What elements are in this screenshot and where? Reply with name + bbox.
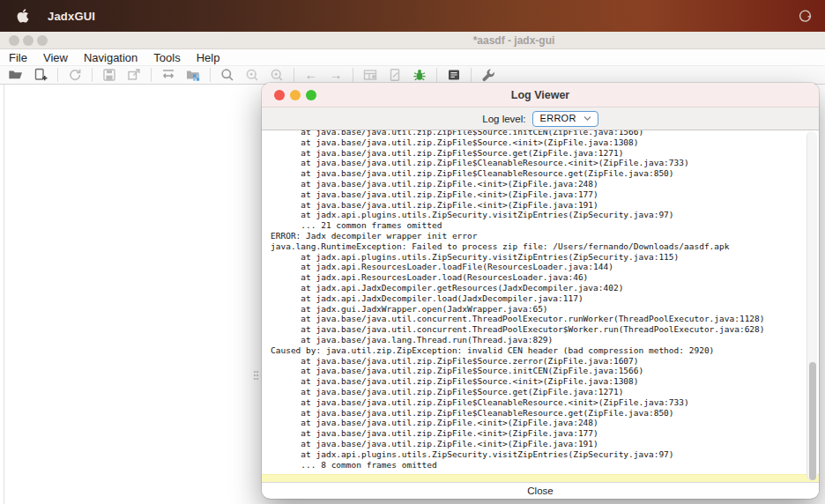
nav-back-icon[interactable]: ←: [303, 67, 319, 83]
active-app-name[interactable]: JadxGUI: [48, 10, 95, 23]
chevron-down-icon: [583, 115, 591, 122]
view-code-icon[interactable]: [387, 67, 403, 83]
macos-menubar: JadxGUI: [0, 0, 825, 32]
log-viewer-icon[interactable]: [446, 67, 462, 83]
fit-width-icon[interactable]: [160, 67, 176, 83]
status-menu-headphones-icon[interactable]: [798, 9, 813, 24]
close-button-label: Close: [527, 485, 553, 496]
nav-forward-icon[interactable]: →: [328, 67, 344, 83]
log-viewer-dialog: Log Viewer Log level: ERROR at java.base…: [262, 83, 819, 499]
log-text-area[interactable]: at java.base/java.util.zip.ZipFile$Sourc…: [262, 130, 819, 482]
menu-help[interactable]: Help: [189, 51, 228, 64]
log-level-row: Log level: ERROR: [262, 107, 819, 130]
log-level-label: Log level:: [482, 114, 525, 124]
debug-bug-icon[interactable]: [412, 67, 427, 83]
close-button[interactable]: Close: [262, 482, 819, 498]
toolbar-divider: [353, 68, 353, 82]
toolbar-divider: [92, 68, 93, 82]
log-level-select[interactable]: ERROR: [532, 111, 598, 127]
toolbar-divider: [210, 68, 211, 82]
deobfuscation-icon[interactable]: [362, 67, 378, 83]
splitter-handle[interactable]: [254, 371, 260, 387]
menu-file[interactable]: File: [0, 51, 35, 64]
toolbar-divider: [151, 68, 152, 82]
log-caret-line-highlight: [262, 474, 819, 482]
search-icon[interactable]: [219, 67, 235, 83]
toolbar-divider: [471, 68, 472, 82]
search-text-icon[interactable]: [244, 67, 260, 83]
log-text: at java.base/java.util.zip.ZipFile$Sourc…: [262, 130, 819, 470]
dialog-titlebar: Log Viewer: [262, 83, 819, 107]
add-files-icon[interactable]: [33, 67, 48, 83]
search-class-icon[interactable]: [269, 67, 285, 83]
toolbar-divider: [294, 68, 294, 82]
window-titlebar: *aasdf - jadx-gui: [0, 32, 825, 49]
vertical-scrollbar[interactable]: [806, 131, 817, 480]
screen: JadxGUI *aasdf - jadx-gui File View Navi…: [0, 0, 825, 504]
menu-tools[interactable]: Tools: [145, 51, 188, 64]
scrollbar-thumb[interactable]: [809, 362, 816, 480]
log-level-value: ERROR: [540, 113, 576, 123]
flat-packages-icon[interactable]: [185, 67, 201, 83]
open-file-icon[interactable]: [8, 67, 24, 83]
toolbar: ← →: [0, 66, 825, 85]
apple-menu-icon[interactable]: [16, 9, 30, 23]
export-icon[interactable]: [126, 67, 142, 83]
window-title: *aasdf - jadx-gui: [0, 34, 825, 47]
menu-view[interactable]: View: [35, 51, 76, 64]
panel-border: [4, 85, 4, 504]
toolbar-divider: [57, 68, 58, 82]
toolbar-divider: [436, 68, 437, 82]
app-menubar: File View Navigation Tools Help: [0, 49, 825, 66]
menu-navigation[interactable]: Navigation: [76, 51, 145, 64]
save-all-icon[interactable]: [101, 67, 117, 83]
settings-wrench-icon[interactable]: [480, 67, 496, 83]
reload-icon[interactable]: [67, 67, 83, 83]
dialog-title: Log Viewer: [262, 89, 819, 101]
